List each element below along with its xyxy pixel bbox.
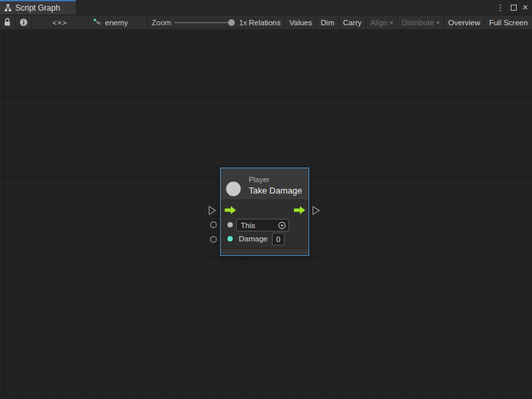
- external-this-port[interactable]: [209, 221, 217, 229]
- external-flow-output-port[interactable]: [312, 205, 321, 215]
- node-footer: [221, 248, 309, 255]
- toolbar-button-values[interactable]: Values: [285, 15, 317, 29]
- node-header[interactable]: Player Take Damage: [221, 168, 309, 200]
- this-port-dot[interactable]: [227, 222, 233, 227]
- chevron-down-icon: ▾: [390, 19, 393, 26]
- tab-title: Script Graph: [15, 3, 60, 13]
- graph-name: enemy: [105, 19, 128, 27]
- chevron-down-icon: ▾: [437, 19, 440, 26]
- info-icon: [19, 18, 28, 27]
- flow-output-arrow-icon[interactable]: [294, 206, 306, 214]
- flow-input-arrow-icon[interactable]: [225, 206, 237, 214]
- external-damage-port[interactable]: [209, 235, 217, 243]
- tab-script-graph[interactable]: Script Graph: [0, 0, 76, 15]
- target-object-icon: [226, 182, 241, 196]
- damage-value-field[interactable]: 0: [272, 233, 285, 245]
- this-object-field[interactable]: This: [236, 219, 289, 231]
- maximize-icon[interactable]: [511, 5, 517, 11]
- graph-ref-icon: [93, 19, 102, 27]
- toolbar-button-align: Align ▾: [366, 15, 398, 29]
- damage-field-value: 0: [276, 235, 280, 243]
- tab-strip: Script Graph ⋮ ×: [0, 0, 532, 15]
- node-target-label: Player: [249, 176, 269, 184]
- toolbar-button-relations[interactable]: Relations: [245, 15, 285, 29]
- graph-toolbar: <×> enemy Zoom 1x Relations Values Dim: [0, 15, 532, 29]
- graph-hierarchy-icon: [4, 4, 12, 12]
- close-icon[interactable]: ×: [523, 3, 528, 12]
- zoom-slider[interactable]: [174, 22, 233, 23]
- toolbar-button-distribute: Distribute ▾: [398, 15, 444, 29]
- external-flow-input-port[interactable]: [208, 205, 217, 215]
- toolbar-button-dim[interactable]: Dim: [317, 15, 338, 29]
- damage-port-dot[interactable]: [227, 236, 233, 241]
- info-button[interactable]: [15, 15, 32, 29]
- window-controls: ⋮ ×: [496, 0, 528, 15]
- zoom-control: Zoom 1x: [148, 15, 245, 29]
- toolbar-button-fullscreen[interactable]: Full Screen: [485, 15, 532, 29]
- angle-brackets-x-icon: <×>: [53, 19, 67, 27]
- angle-brackets-x-button[interactable]: <×>: [32, 15, 88, 29]
- script-graph-window: Script Graph ⋮ × <×>: [0, 0, 532, 399]
- zoom-slider-knob[interactable]: [228, 19, 235, 26]
- graph-breadcrumb[interactable]: enemy: [88, 15, 148, 29]
- window-menu-icon[interactable]: ⋮: [496, 3, 505, 12]
- object-picker-icon[interactable]: [277, 221, 287, 230]
- damage-port-label: Damage: [239, 235, 267, 243]
- lock-icon: [3, 18, 11, 27]
- take-damage-node[interactable]: Player Take Damage This Damage 0: [220, 168, 309, 256]
- graph-canvas[interactable]: Player Take Damage This Damage 0: [0, 29, 532, 399]
- node-title: Take Damage: [249, 186, 302, 196]
- lock-button[interactable]: [0, 15, 15, 29]
- zoom-label: Zoom: [152, 19, 171, 27]
- this-field-value: This: [241, 221, 255, 229]
- toolbar-button-overview[interactable]: Overview: [444, 15, 485, 29]
- toolbar-button-carry[interactable]: Carry: [339, 15, 366, 29]
